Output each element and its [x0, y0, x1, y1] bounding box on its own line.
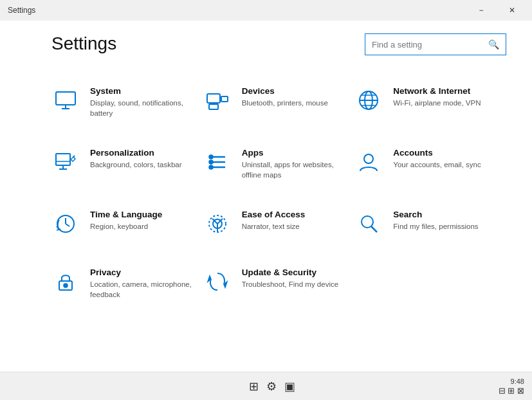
- svg-line-16: [73, 156, 75, 157]
- apps-name: Apps: [242, 148, 345, 158]
- main-content: Settings 🔍 System Display, sound, notifi…: [0, 21, 532, 372]
- svg-line-26: [66, 224, 69, 226]
- settings-item-ease[interactable]: Ease of Access Narrator, text size: [203, 198, 355, 250]
- svg-rect-0: [56, 92, 75, 105]
- svg-point-31: [362, 216, 373, 228]
- devices-name: Devices: [242, 86, 328, 96]
- ease-name: Ease of Access: [242, 210, 306, 219]
- taskbar-center: ⊞ ⚙ ▣: [249, 379, 295, 394]
- accounts-text: Accounts Your accounts, email, sync: [393, 148, 481, 170]
- accounts-icon: [354, 148, 383, 176]
- system-text: System Display, sound, notifications, ba…: [90, 86, 193, 118]
- update-name: Update & Security: [242, 268, 338, 277]
- personalization-icon: [51, 148, 80, 176]
- search-settings-icon: [354, 210, 383, 238]
- title-bar: Settings − ✕: [0, 0, 532, 21]
- svg-point-23: [364, 154, 373, 163]
- ease-desc: Narrator, text size: [242, 221, 306, 232]
- search-desc: Find my files, permissions: [393, 221, 478, 232]
- settings-item-system[interactable]: System Display, sound, notifications, ba…: [51, 75, 203, 130]
- start-button[interactable]: ⊞: [249, 379, 259, 394]
- svg-rect-5: [209, 104, 218, 109]
- search-icon: 🔍: [488, 39, 499, 50]
- taskbar-settings-icon[interactable]: ⚙: [266, 379, 277, 394]
- close-button[interactable]: ✕: [497, 0, 527, 21]
- taskbar-time: 9:48: [511, 377, 524, 385]
- taskbar: ⊞ ⚙ ▣ 9:48 ⊟ ⊞ ⊠: [0, 372, 532, 400]
- network-name: Network & Internet: [393, 86, 481, 96]
- window-title: Settings: [8, 6, 35, 15]
- apps-text: Apps Uninstall, apps for websites, offli…: [242, 148, 345, 180]
- tray-icons: ⊟ ⊞ ⊠: [499, 386, 524, 395]
- apps-desc: Uninstall, apps for websites, offline ma…: [242, 159, 345, 180]
- devices-icon: [203, 86, 232, 114]
- settings-item-accounts[interactable]: Accounts Your accounts, email, sync: [354, 136, 506, 192]
- settings-item-personalization[interactable]: Personalization Background, colors, task…: [51, 136, 203, 192]
- ease-icon: [203, 210, 232, 238]
- personalization-desc: Background, colors, taskbar: [90, 159, 182, 170]
- privacy-name: Privacy: [90, 268, 193, 277]
- time-icon: [51, 210, 80, 238]
- privacy-text: Privacy Location, camera, microphone, fe…: [90, 268, 193, 300]
- settings-grid: System Display, sound, notifications, ba…: [51, 75, 506, 312]
- personalization-name: Personalization: [90, 148, 182, 158]
- settings-item-devices[interactable]: Devices Bluetooth, printers, mouse: [203, 75, 355, 130]
- update-text: Update & Security Troubleshoot, Find my …: [242, 268, 338, 289]
- privacy-icon: [51, 268, 80, 296]
- search-box[interactable]: 🔍: [365, 33, 506, 55]
- system-desc: Display, sound, notifications, battery: [90, 98, 193, 118]
- page-title: Settings: [51, 33, 116, 54]
- settings-item-time[interactable]: Time & Language Region, keyboard: [51, 198, 203, 250]
- devices-text: Devices Bluetooth, printers, mouse: [242, 86, 328, 108]
- ease-text: Ease of Access Narrator, text size: [242, 210, 306, 232]
- update-icon: [203, 268, 232, 296]
- settings-item-apps[interactable]: Apps Uninstall, apps for websites, offli…: [203, 136, 355, 192]
- search-input[interactable]: [372, 40, 488, 50]
- settings-item-search[interactable]: Search Find my files, permissions: [354, 198, 506, 250]
- search-name: Search: [393, 210, 478, 219]
- time-name: Time & Language: [90, 210, 162, 219]
- svg-point-20: [209, 155, 213, 159]
- svg-point-22: [209, 165, 213, 169]
- taskbar-tray: ⊟ ⊞ ⊠: [499, 386, 524, 395]
- network-icon: [354, 86, 383, 114]
- svg-point-34: [64, 284, 68, 287]
- personalization-text: Personalization Background, colors, task…: [90, 148, 182, 170]
- search-text: Search Find my files, permissions: [393, 210, 478, 232]
- svg-rect-12: [56, 154, 70, 165]
- system-icon: [51, 86, 80, 114]
- svg-line-32: [371, 226, 377, 232]
- time-desc: Region, keyboard: [90, 221, 162, 232]
- devices-desc: Bluetooth, printers, mouse: [242, 98, 328, 108]
- time-text: Time & Language Region, keyboard: [90, 210, 162, 232]
- accounts-desc: Your accounts, email, sync: [393, 159, 481, 170]
- svg-point-21: [209, 160, 213, 164]
- taskbar-files-icon[interactable]: ▣: [284, 379, 295, 394]
- settings-item-update[interactable]: Update & Security Troubleshoot, Find my …: [203, 256, 355, 311]
- header-row: Settings 🔍: [51, 33, 506, 55]
- apps-icon: [203, 148, 232, 176]
- update-desc: Troubleshoot, Find my device: [242, 279, 338, 289]
- window-controls: − ✕: [466, 0, 527, 21]
- system-name: System: [90, 86, 193, 96]
- settings-item-privacy[interactable]: Privacy Location, camera, microphone, fe…: [51, 256, 203, 311]
- privacy-desc: Location, camera, microphone, feedback: [90, 279, 193, 300]
- network-desc: Wi-Fi, airplane mode, VPN: [393, 98, 481, 108]
- svg-rect-3: [207, 94, 220, 103]
- accounts-name: Accounts: [393, 148, 481, 158]
- svg-rect-4: [221, 96, 228, 102]
- taskbar-right: 9:48 ⊟ ⊞ ⊠: [499, 377, 524, 395]
- minimize-button[interactable]: −: [466, 0, 496, 21]
- network-text: Network & Internet Wi-Fi, airplane mode,…: [393, 86, 481, 108]
- settings-item-network[interactable]: Network & Internet Wi-Fi, airplane mode,…: [354, 75, 506, 130]
